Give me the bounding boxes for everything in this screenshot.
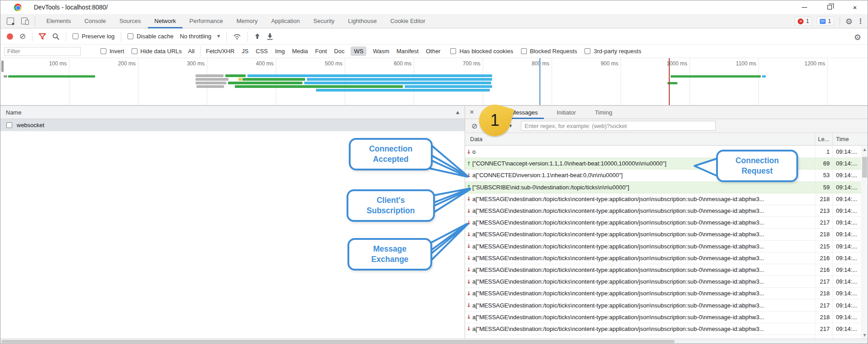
data-column-header[interactable]: Data bbox=[465, 136, 815, 142]
message-row[interactable]: ↓ a["MESSAGE\ndestination:/topic/ticks\n… bbox=[465, 264, 861, 276]
main-tab[interactable]: Performance bbox=[183, 14, 229, 28]
ws-tab[interactable]: Timing bbox=[589, 106, 619, 119]
timeline-mini-scrollbar[interactable] bbox=[1, 60, 4, 72]
message-row[interactable]: ↓ a["MESSAGE\ndestination:/topic/ticks\n… bbox=[465, 252, 861, 264]
message-row[interactable]: ↓ a["MESSAGE\ndestination:/topic/ticks\n… bbox=[465, 193, 861, 205]
restore-button[interactable] bbox=[817, 0, 842, 14]
request-row-websocket[interactable]: websocket bbox=[0, 119, 465, 131]
message-row[interactable]: ↓ a["MESSAGE\ndestination:/topic/ticks\n… bbox=[465, 288, 861, 299]
horizontal-scrollbar-thumb[interactable] bbox=[1, 340, 675, 343]
message-length: 217 bbox=[815, 299, 832, 311]
timeline-overview[interactable]: 100 ms 200 ms 300 ms 400 ms 500 ms bbox=[0, 58, 868, 105]
main-tab[interactable]: Sources bbox=[113, 14, 148, 28]
search-icon[interactable] bbox=[52, 33, 59, 40]
message-row[interactable]: ↓ a["MESSAGE\ndestination:/topic/ticks\n… bbox=[465, 205, 861, 217]
time-column-header[interactable]: Time bbox=[832, 133, 861, 145]
record-button[interactable] bbox=[7, 33, 13, 40]
divider bbox=[35, 17, 35, 26]
network-toolbar: ⊘ Preserve log Disable cache No throttli… bbox=[0, 28, 868, 45]
inspect-element-icon[interactable] bbox=[7, 18, 14, 25]
filter-chip[interactable]: Fetch/XHR bbox=[206, 48, 235, 55]
more-options-icon[interactable]: ⋮ bbox=[857, 17, 864, 25]
message-row[interactable]: ↓ a["MESSAGE\ndestination:/topic/ticks\n… bbox=[465, 299, 861, 311]
filter-chip[interactable]: Font bbox=[315, 48, 327, 55]
filter-funnel-icon[interactable] bbox=[39, 33, 46, 40]
filter-chip[interactable]: CSS bbox=[256, 48, 268, 55]
main-tab[interactable]: Application bbox=[265, 14, 307, 28]
blocked-requests-toggle[interactable]: Blocked Requests bbox=[521, 48, 577, 55]
close-panel-icon[interactable]: × bbox=[465, 108, 479, 117]
message-row[interactable]: ↓ a["MESSAGE\ndestination:/topic/ticks\n… bbox=[465, 217, 861, 229]
network-conditions-icon[interactable] bbox=[233, 33, 241, 40]
preserve-log-checkbox[interactable] bbox=[73, 33, 78, 39]
scrollbar-thumb[interactable] bbox=[862, 157, 867, 178]
message-row[interactable]: ↓ a["MESSAGE\ndestination:/topic/ticks\n… bbox=[465, 229, 861, 240]
preserve-log-toggle[interactable]: Preserve log bbox=[73, 33, 114, 40]
message-row[interactable]: ↓ a["CONNECTED\nversion:1.1\nheart-beat:… bbox=[465, 170, 861, 181]
filter-chip[interactable]: JS bbox=[242, 48, 248, 55]
main-tab[interactable]: Security bbox=[306, 14, 341, 28]
message-row[interactable]: ↓ a["MESSAGE\ndestination:/topic/ticks\n… bbox=[465, 241, 861, 252]
main-tab[interactable]: Cookie Editor bbox=[384, 14, 432, 28]
invert-toggle[interactable]: Invert bbox=[101, 48, 124, 55]
message-row[interactable]: ↑ ["CONNECT\naccept-version:1.1,1.0\nhea… bbox=[465, 158, 861, 170]
vertical-scrollbar[interactable]: ▲ ▼ bbox=[861, 146, 868, 339]
request-checkbox[interactable] bbox=[6, 122, 12, 128]
scroll-up-icon[interactable]: ▲ bbox=[861, 146, 868, 153]
filter-chip[interactable]: WS bbox=[351, 46, 366, 56]
disable-cache-toggle[interactable]: Disable cache bbox=[128, 33, 174, 40]
invert-checkbox[interactable] bbox=[101, 48, 106, 54]
scroll-down-icon[interactable]: ▼ bbox=[861, 332, 868, 339]
length-column-header[interactable]: Le... bbox=[815, 133, 832, 145]
request-rows: websocket bbox=[0, 119, 465, 131]
filter-chip-all[interactable]: All bbox=[188, 48, 194, 55]
message-data: a["MESSAGE\ndestination:/topic/ticks\nco… bbox=[472, 243, 815, 250]
third-party-checkbox[interactable] bbox=[585, 48, 590, 54]
regex-filter-input[interactable] bbox=[521, 121, 716, 131]
filter-chip[interactable]: Doc bbox=[334, 48, 344, 55]
main-tab[interactable]: Network bbox=[148, 14, 183, 28]
hide-data-urls-checkbox[interactable] bbox=[132, 48, 137, 54]
error-badge[interactable]: × 1 bbox=[795, 17, 812, 26]
third-party-toggle[interactable]: 3rd-party requests bbox=[585, 48, 641, 55]
blocked-requests-checkbox[interactable] bbox=[521, 48, 527, 54]
message-row[interactable]: ↓ o 1 09:14:... bbox=[465, 146, 861, 158]
main-tab[interactable]: Memory bbox=[230, 14, 265, 28]
has-blocked-cookies-toggle[interactable]: Has blocked cookies bbox=[450, 48, 513, 55]
ws-tab[interactable]: Initiator bbox=[550, 106, 582, 119]
type-filter-chips: Fetch/XHR JS CSS Img Media Font Doc WS W… bbox=[206, 48, 441, 55]
main-tab[interactable]: Elements bbox=[40, 14, 78, 28]
filter-chip[interactable]: Wasm bbox=[373, 48, 389, 55]
has-blocked-cookies-checkbox[interactable] bbox=[450, 48, 456, 54]
third-party-label: 3rd-party requests bbox=[594, 48, 641, 55]
message-row[interactable]: ↓ a["MESSAGE\ndestination:/topic/ticks\n… bbox=[465, 323, 861, 335]
network-settings-gear-icon[interactable]: ⚙ bbox=[854, 32, 861, 42]
export-har-icon[interactable] bbox=[267, 33, 273, 40]
horizontal-scrollbar[interactable] bbox=[0, 339, 868, 344]
issues-badge[interactable]: 1 bbox=[817, 17, 834, 26]
message-row[interactable]: ↑ ["SUBSCRIBE\nid:sub-0\ndestination:/to… bbox=[465, 182, 861, 193]
filter-chip[interactable]: Other bbox=[426, 48, 441, 55]
throttling-select[interactable]: No throttling ▼ bbox=[180, 33, 220, 40]
main-tab[interactable]: Console bbox=[78, 14, 113, 28]
filter-chip[interactable]: Media bbox=[292, 48, 308, 55]
filter-chip[interactable]: Manifest bbox=[397, 48, 419, 55]
import-har-icon[interactable] bbox=[254, 33, 260, 40]
clear-icon[interactable]: ⊘ bbox=[19, 32, 26, 40]
message-row[interactable]: ↓ a["MESSAGE\ndestination:/topic/ticks\n… bbox=[465, 276, 861, 288]
message-length: 59 bbox=[815, 182, 832, 193]
close-button[interactable]: × bbox=[842, 0, 868, 14]
name-column-header[interactable]: Name ▲ bbox=[0, 106, 465, 119]
disable-cache-checkbox[interactable] bbox=[128, 33, 133, 39]
message-length: 217 bbox=[815, 217, 832, 228]
hide-data-urls-toggle[interactable]: Hide data URLs bbox=[132, 48, 182, 55]
message-row[interactable]: ↓ a["MESSAGE\ndestination:/topic/ticks\n… bbox=[465, 335, 861, 339]
filter-chip[interactable]: Img bbox=[275, 48, 285, 55]
minimize-button[interactable] bbox=[792, 0, 817, 14]
message-row[interactable]: ↓ a["MESSAGE\ndestination:/topic/ticks\n… bbox=[465, 312, 861, 323]
settings-gear-icon[interactable]: ⚙ bbox=[845, 17, 853, 26]
clear-messages-icon[interactable]: ⊘ bbox=[471, 122, 477, 130]
main-tab[interactable]: Lighthouse bbox=[341, 14, 384, 28]
device-toolbar-icon[interactable] bbox=[21, 18, 27, 24]
filter-input[interactable] bbox=[4, 47, 81, 56]
